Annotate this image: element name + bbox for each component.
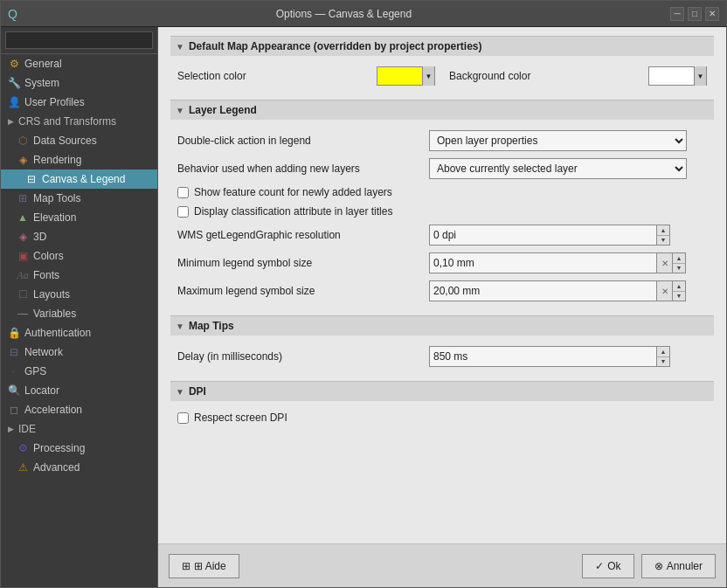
delay-up[interactable]: ▲ bbox=[657, 347, 669, 357]
sidebar-item-3d[interactable]: ◈ 3D bbox=[1, 227, 157, 246]
min-symbol-spinbox: ✕ ▲ ▼ bbox=[429, 252, 686, 273]
sidebar-item-crs-transforms[interactable]: ▶ CRS and Transforms bbox=[1, 112, 157, 131]
sidebar-label-ide: IDE bbox=[18, 423, 36, 435]
delay-arrows: ▲ ▼ bbox=[656, 346, 670, 367]
selection-color-button[interactable]: ▼ bbox=[377, 66, 435, 86]
sidebar-label-gps: GPS bbox=[24, 365, 46, 377]
section-layer-legend: ▼ Layer Legend Double-click action in le… bbox=[170, 100, 714, 305]
wms-resolution-down[interactable]: ▼ bbox=[657, 236, 669, 246]
sidebar-item-gps[interactable]: ◦ GPS bbox=[1, 362, 157, 381]
max-symbol-arrows: ▲ ▼ bbox=[672, 280, 686, 301]
background-color-button[interactable]: ▼ bbox=[648, 66, 707, 86]
aide-button[interactable]: ⊞ ⊞ Aide bbox=[169, 554, 239, 578]
max-symbol-up[interactable]: ▲ bbox=[673, 281, 685, 292]
body: ⚙ General 🔧 System 👤 User Profiles ▶ CRS… bbox=[1, 27, 726, 587]
selection-color-dropdown-icon[interactable]: ▼ bbox=[422, 66, 434, 86]
selection-color-label: Selection color bbox=[177, 70, 370, 82]
wms-resolution-up[interactable]: ▲ bbox=[657, 225, 669, 236]
section-title-layer-legend: Layer Legend bbox=[189, 104, 257, 116]
network-icon: ⊟ bbox=[8, 346, 20, 358]
min-symbol-input[interactable] bbox=[429, 252, 656, 273]
max-symbol-input[interactable] bbox=[429, 280, 656, 301]
sidebar-item-advanced[interactable]: ⚠ Advanced bbox=[1, 458, 157, 477]
max-symbol-clear-icon[interactable]: ✕ bbox=[656, 280, 672, 301]
sidebar-item-layouts[interactable]: ☐ Layouts bbox=[1, 285, 157, 304]
delay-down[interactable]: ▼ bbox=[657, 357, 669, 367]
section-default-map-appearance: ▼ Default Map Appearance (overridden by … bbox=[170, 36, 714, 89]
wms-resolution-input[interactable] bbox=[429, 225, 656, 246]
aide-label: ⊞ Aide bbox=[194, 560, 226, 572]
sidebar-item-data-sources[interactable]: ⬡ Data Sources bbox=[1, 131, 157, 150]
maximize-btn[interactable]: □ bbox=[688, 7, 702, 21]
sidebar-label-data-sources: Data Sources bbox=[33, 135, 97, 147]
section-header-dpi: ▼ DPI bbox=[170, 381, 714, 401]
min-symbol-clear-icon[interactable]: ✕ bbox=[656, 252, 672, 273]
sidebar-item-user-profiles[interactable]: 👤 User Profiles bbox=[1, 93, 157, 112]
wms-resolution-arrows: ▲ ▼ bbox=[656, 225, 670, 246]
sidebar-label-advanced: Advanced bbox=[33, 461, 80, 474]
crs-chevron-icon: ▶ bbox=[8, 117, 14, 126]
elevation-icon: ▲ bbox=[17, 211, 29, 224]
double-click-dropdown[interactable]: Open layer properties Open layer attribu… bbox=[429, 130, 687, 151]
sidebar-item-variables[interactable]: — Variables bbox=[1, 304, 157, 323]
sidebar-label-3d: 3D bbox=[33, 231, 46, 243]
processing-icon: ⚙ bbox=[17, 442, 29, 454]
min-symbol-up[interactable]: ▲ bbox=[673, 253, 685, 264]
sidebar-list: ⚙ General 🔧 System 👤 User Profiles ▶ CRS… bbox=[1, 54, 157, 587]
section-arrow-map-tips: ▼ bbox=[176, 322, 184, 331]
double-click-row: Double-click action in legend Open layer… bbox=[170, 127, 714, 155]
sidebar-item-ide[interactable]: ▶ IDE bbox=[1, 419, 157, 439]
sidebar-item-map-tools[interactable]: ⊞ Map Tools bbox=[1, 189, 157, 208]
datasrc-icon: ⬡ bbox=[17, 135, 29, 147]
advanced-icon: ⚠ bbox=[17, 461, 29, 474]
gps-icon: ◦ bbox=[8, 365, 20, 377]
sidebar-item-fonts[interactable]: Aa Fonts bbox=[1, 266, 157, 285]
max-symbol-spinbox: ✕ ▲ ▼ bbox=[429, 280, 686, 301]
bottom-right-buttons: ✓ Ok ⊗ Annuler bbox=[582, 554, 716, 578]
annuler-label: Annuler bbox=[667, 560, 703, 572]
ok-button[interactable]: ✓ Ok bbox=[582, 554, 634, 578]
sidebar-label-network: Network bbox=[24, 346, 63, 358]
ok-label: Ok bbox=[607, 560, 620, 572]
sidebar-item-authentication[interactable]: 🔒 Authentication bbox=[1, 323, 157, 342]
window-title: Options — Canvas & Legend bbox=[17, 8, 670, 20]
sidebar: ⚙ General 🔧 System 👤 User Profiles ▶ CRS… bbox=[1, 27, 158, 587]
delay-input[interactable] bbox=[429, 346, 656, 367]
sidebar-item-processing[interactable]: ⚙ Processing bbox=[1, 439, 157, 458]
selection-color-swatch bbox=[377, 67, 422, 85]
max-symbol-size-label: Maximum legend symbol size bbox=[177, 285, 422, 297]
classification-attr-checkbox[interactable] bbox=[177, 206, 189, 218]
ok-icon: ✓ bbox=[595, 560, 604, 572]
max-symbol-size-row: Maximum legend symbol size ✕ ▲ ▼ bbox=[170, 277, 714, 305]
bottom-bar: ⊞ ⊞ Aide ✓ Ok ⊗ Annuler bbox=[158, 543, 726, 587]
maptools-icon: ⊞ bbox=[17, 192, 29, 204]
settings-panel: ▼ Default Map Appearance (overridden by … bbox=[158, 27, 726, 543]
sidebar-item-colors[interactable]: ▣ Colors bbox=[1, 246, 157, 266]
feature-count-row: Show feature count for newly added layer… bbox=[170, 183, 714, 202]
sidebar-item-canvas-legend[interactable]: ⊟ Canvas & Legend bbox=[1, 169, 157, 189]
section-arrow-map-appearance: ▼ bbox=[176, 42, 184, 52]
sidebar-item-locator[interactable]: 🔍 Locator bbox=[1, 381, 157, 400]
minimize-btn[interactable]: ─ bbox=[670, 7, 684, 21]
sidebar-item-system[interactable]: 🔧 System bbox=[1, 73, 157, 93]
adding-layers-dropdown[interactable]: Above currently selected layer At top of… bbox=[429, 158, 687, 179]
feature-count-checkbox[interactable] bbox=[177, 187, 189, 198]
double-click-label: Double-click action in legend bbox=[177, 135, 422, 147]
respect-dpi-checkbox[interactable] bbox=[177, 412, 189, 424]
min-symbol-down[interactable]: ▼ bbox=[673, 264, 685, 273]
general-icon: ⚙ bbox=[8, 58, 20, 70]
sidebar-item-general[interactable]: ⚙ General bbox=[1, 54, 157, 73]
sidebar-label-map-tools: Map Tools bbox=[33, 192, 80, 204]
sidebar-item-elevation[interactable]: ▲ Elevation bbox=[1, 208, 157, 227]
titlebar-left: Q bbox=[8, 7, 17, 21]
background-color-dropdown-icon[interactable]: ▼ bbox=[694, 66, 706, 86]
sidebar-item-network[interactable]: ⊟ Network bbox=[1, 342, 157, 362]
annuler-button[interactable]: ⊗ Annuler bbox=[641, 554, 716, 578]
sidebar-label-system: System bbox=[24, 77, 59, 89]
main-window: Q Options — Canvas & Legend ─ □ ✕ ⚙ Gene… bbox=[0, 0, 727, 588]
sidebar-item-rendering[interactable]: ◈ Rendering bbox=[1, 150, 157, 169]
close-btn[interactable]: ✕ bbox=[705, 7, 719, 21]
max-symbol-down[interactable]: ▼ bbox=[673, 292, 685, 301]
search-input[interactable] bbox=[5, 31, 153, 49]
sidebar-item-acceleration[interactable]: ◻ Acceleration bbox=[1, 400, 157, 419]
